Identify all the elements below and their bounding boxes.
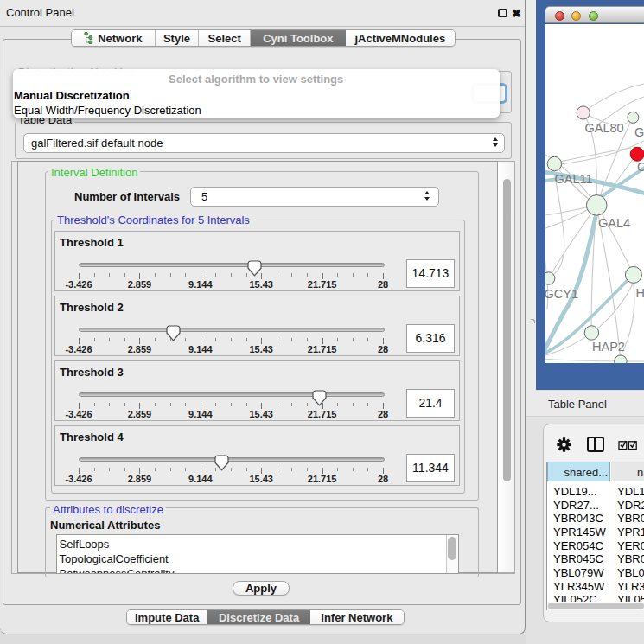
svg-text:GCY1: GCY1 — [545, 287, 578, 301]
svg-text:G.: G. — [634, 125, 644, 139]
svg-text:H: H — [636, 286, 644, 300]
svg-text:GAL4: GAL4 — [598, 216, 630, 230]
svg-text:GAL11: GAL11 — [555, 172, 593, 186]
svg-text:GAL80: GAL80 — [585, 121, 624, 135]
svg-text:C: C — [637, 160, 644, 174]
svg-text:HAP2: HAP2 — [592, 340, 625, 354]
